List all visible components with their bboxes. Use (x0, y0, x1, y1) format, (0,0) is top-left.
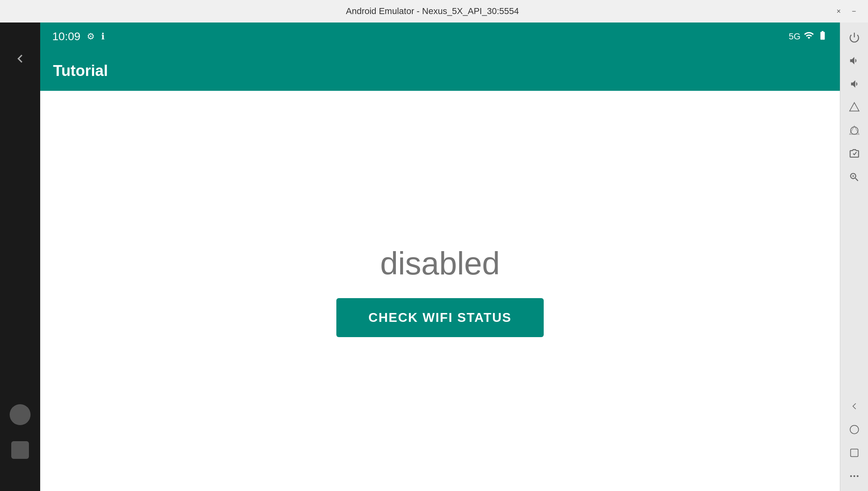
status-right: 5G (789, 30, 828, 43)
title-bar: Android Emulator - Nexus_5X_API_30:5554 … (0, 0, 868, 23)
screenshot-button[interactable] (843, 143, 865, 165)
volume-down-button[interactable] (843, 73, 865, 95)
emulator-home-button[interactable] (843, 419, 865, 440)
more-options-button[interactable] (843, 465, 865, 487)
zoom-in-button[interactable] (843, 166, 865, 188)
settings-icon[interactable]: ⚙ (87, 31, 95, 42)
app-title: Tutorial (53, 62, 108, 80)
main-content: 10:09 ⚙ ℹ 5G (0, 23, 868, 491)
battery-icon (817, 30, 828, 43)
emulator-recents-button[interactable] (843, 442, 865, 464)
window-controls: × − (833, 5, 860, 17)
rotate-cw-button[interactable] (843, 120, 865, 141)
rotate-ccw-button[interactable] (843, 96, 865, 118)
svg-marker-1 (850, 102, 859, 111)
minimize-button[interactable]: − (848, 5, 860, 17)
check-wifi-button[interactable]: CHECK WIFI STATUS (336, 298, 544, 337)
close-button[interactable]: × (833, 5, 845, 17)
wifi-status-text: disabled (380, 245, 500, 282)
info-icon[interactable]: ℹ (101, 31, 104, 42)
volume-up-button[interactable] (843, 50, 865, 72)
svg-rect-5 (850, 449, 858, 457)
app-content: disabled CHECK WIFI STATUS (40, 91, 840, 491)
recents-button[interactable] (11, 441, 29, 459)
signal-icon (804, 30, 814, 43)
svg-point-4 (850, 426, 858, 434)
right-sidebar (840, 23, 868, 491)
svg-point-8 (856, 475, 858, 477)
power-button[interactable] (843, 27, 865, 48)
network-type: 5G (789, 31, 800, 42)
window-frame: Android Emulator - Nexus_5X_API_30:5554 … (0, 0, 868, 491)
svg-point-6 (850, 475, 852, 477)
window-title: Android Emulator - Nexus_5X_API_30:5554 (32, 6, 833, 16)
phone-screen: 10:09 ⚙ ℹ 5G (40, 23, 840, 491)
home-button[interactable] (10, 404, 31, 425)
status-time: 10:09 (52, 30, 80, 43)
status-left: 10:09 ⚙ ℹ (52, 30, 104, 43)
nav-buttons (10, 404, 31, 459)
left-sidebar (0, 23, 40, 491)
status-bar: 10:09 ⚙ ℹ 5G (40, 23, 840, 51)
app-bar: Tutorial (40, 51, 840, 91)
emulator-back-button[interactable] (843, 395, 865, 417)
svg-point-7 (853, 475, 855, 477)
back-navigation-button[interactable] (8, 47, 32, 71)
